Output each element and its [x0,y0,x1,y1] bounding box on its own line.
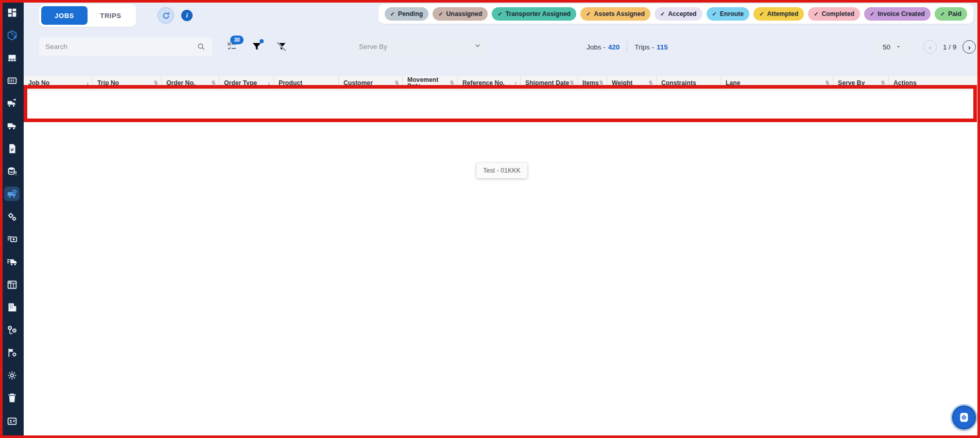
column-settings-icon[interactable]: 30 [226,40,238,53]
check-icon: ✓ [759,11,764,18]
check-icon: ✓ [438,11,443,18]
sidebar-item-document-icon[interactable] [4,141,20,156]
sidebar-item-id-card-icon[interactable] [4,413,20,428]
prev-page-button[interactable]: ‹ [923,40,937,54]
filter-count-badge: 30 [230,36,244,44]
status-chip-unassigned[interactable]: ✓Unassigned [433,7,488,21]
sidebar-item-pallet-icon[interactable] [4,50,20,65]
next-page-button[interactable]: › [962,40,976,54]
reference-tooltip: Test - 01KKK [476,163,527,178]
status-chip-accepted[interactable]: ✓Accepted [655,7,702,21]
sort-icon: ↓ [87,80,90,86]
column-header-job-no[interactable]: Job No↓ [24,76,93,90]
sort-icon: ⇅ [881,80,885,86]
check-icon: ✓ [586,11,591,18]
support-widget-button[interactable] [952,406,976,429]
refresh-icon[interactable] [158,7,174,24]
sidebar-item-trip-tracking-icon[interactable] [4,187,20,201]
sort-icon: ⇅ [154,80,158,86]
status-chip-enroute[interactable]: ✓Enroute [707,7,750,21]
serve-by-select[interactable]: Serve By [353,37,488,56]
sidebar-item-route-pins-icon[interactable] [4,323,20,337]
clear-filter-icon[interactable] [275,40,287,53]
sidebar-item-dashboard-icon[interactable] [4,5,20,20]
filter-icon[interactable] [250,40,263,53]
sort-icon: ⇅ [212,80,216,86]
sort-icon: ⇅ [395,80,399,86]
sidebar-item-express-truck-icon[interactable] [4,255,20,269]
sidebar-item-truck-dispatch-icon[interactable] [4,96,20,110]
sidebar [0,0,24,438]
status-chip-attempted[interactable]: ✓Attempted [753,7,804,21]
caret-down-icon [896,43,901,51]
page-indicator: 1 / 9 [943,43,956,51]
main: JOBS TRIPS i ✓Pending✓Unassigned✓Transpo… [24,0,980,438]
status-chip-completed[interactable]: ✓Completed [808,7,860,21]
sidebar-item-automation-gears-icon[interactable] [4,209,20,224]
tab-group: JOBS TRIPS [39,4,136,27]
column-header-lane[interactable]: Lane⇅ [721,76,833,90]
app-root: JOBS TRIPS i ✓Pending✓Unassigned✓Transpo… [0,0,980,438]
status-filter-chips: ✓Pending✓Unassigned✓Transporter Assigned… [379,4,973,24]
column-header-order-type[interactable]: Order Type↓ [219,76,274,90]
tab-jobs[interactable]: JOBS [41,6,88,25]
column-header-constraints: Constraints [657,76,721,90]
search-icon [197,42,212,51]
sidebar-item-trash-icon[interactable] [4,391,20,405]
search-input[interactable] [39,43,197,50]
check-icon: ✓ [497,11,502,18]
sort-icon: ↓ [268,80,271,86]
status-chip-assets-assigned[interactable]: ✓Assets Assigned [580,7,650,21]
sort-icon: ⇅ [599,80,604,86]
sidebar-item-spreadsheet-report-icon[interactable] [4,277,20,292]
sort-icon: ⇅ [649,80,653,86]
status-chip-invoice-created[interactable]: ✓Invoice Created [864,7,931,21]
sidebar-item-settings-gear-icon[interactable] [4,368,20,382]
sort-icon: ↑ [514,80,518,86]
check-icon: ✓ [940,11,945,18]
page-size-select[interactable]: 50 [873,38,911,56]
status-chip-pending[interactable]: ✓Pending [385,7,429,21]
search-box [39,37,212,56]
sort-icon: ⇅ [826,80,830,86]
status-chip-transporter-assigned[interactable]: ✓Transporter Assigned [492,7,576,21]
check-icon: ✓ [660,11,665,18]
sidebar-item-truck-tipper-icon[interactable] [4,119,20,133]
info-icon[interactable]: i [181,10,193,21]
column-header-product: Product [274,76,339,90]
pagination: ‹ 1 / 9 › [923,40,976,54]
jobs-count[interactable]: Jobs -420 [587,43,620,51]
check-icon: ✓ [712,11,717,18]
top-area: JOBS TRIPS i ✓Pending✓Unassigned✓Transpo… [24,0,980,76]
table-header-row: Job No↓Trip No⇅Order No.⇅Order Type↓Prod… [24,76,980,90]
sidebar-item-inventory-alert-icon[interactable] [4,164,20,178]
page-size-value: 50 [883,43,890,51]
column-header-actions: Actions [889,76,980,90]
trips-count[interactable]: Trips -115 [634,43,668,51]
check-icon: ✓ [870,11,874,18]
tab-trips[interactable]: TRIPS [88,6,134,25]
sidebar-item-billing-icon[interactable] [4,232,20,246]
column-header-customer[interactable]: Customer⇅ [339,76,403,90]
column-header-items[interactable]: Items⇅ [578,76,607,90]
column-header-reference-no-[interactable]: Reference No.↑ [458,76,521,90]
divider [627,41,627,53]
sidebar-item-company-icon[interactable] [4,300,20,314]
sort-icon: ⇅ [570,80,574,86]
column-header-shipment-date[interactable]: Shipment Date⇅ [521,76,578,90]
column-header-serve-by[interactable]: Serve By⇅ [833,76,889,90]
column-header-order-no-[interactable]: Order No.⇅ [162,76,219,90]
toolbar-icons: 30 [226,40,287,53]
column-header-movement-date[interactable]: Movement Date⇅ [403,76,458,90]
chevron-down-icon [474,42,482,51]
sidebar-item-container-icon[interactable] [4,73,20,88]
filter-active-dot [260,39,264,43]
serve-by-placeholder: Serve By [359,43,387,50]
sidebar-item-order-create-icon[interactable] [4,28,20,42]
check-icon: ✓ [390,11,395,18]
check-icon: ✓ [814,11,818,18]
column-header-weight[interactable]: Weight⇅ [607,76,657,90]
column-header-trip-no[interactable]: Trip No⇅ [93,76,162,90]
sidebar-item-service-config-icon[interactable] [4,345,20,360]
status-chip-paid[interactable]: ✓Paid [935,7,967,21]
